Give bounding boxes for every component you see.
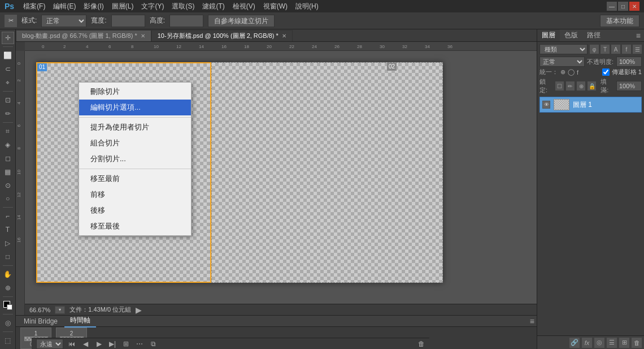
timeline-step-back[interactable]: ◀ bbox=[80, 339, 90, 349]
timeline-add-frame[interactable]: ⊞ bbox=[121, 339, 131, 349]
tool-screenmode[interactable]: ⬚ bbox=[2, 334, 14, 347]
canvas-workspace[interactable]: 01 02 刪除切片 編輯切片選項... 提升為使用者切片 組合切片 分割切片.… bbox=[25, 51, 537, 304]
tool-magic-wand[interactable]: ⌖ bbox=[2, 76, 14, 89]
timeline-step-forward[interactable]: ▶| bbox=[107, 339, 118, 349]
tool-gradient[interactable]: ▦ bbox=[2, 166, 14, 178]
timeline-play[interactable]: ▶ bbox=[94, 339, 104, 349]
canvas-tab-2[interactable]: 10-另存新檔.psd @ 100% (圖層 2, RGB/8) * ✕ bbox=[151, 30, 293, 41]
tool-stamp[interactable]: ◈ bbox=[2, 139, 14, 151]
slice-area-2[interactable]: 02 bbox=[211, 62, 443, 283]
lock-position[interactable]: ⊕ bbox=[577, 81, 585, 91]
menu-layer[interactable]: 圖層(L) bbox=[108, 1, 137, 12]
height-input[interactable] bbox=[169, 15, 203, 27]
timeline-delete-frame[interactable]: 🗑 bbox=[418, 340, 425, 348]
separator-8 bbox=[3, 331, 13, 332]
layer-filter-adjustment[interactable]: A bbox=[611, 45, 620, 54]
ctx-promote-slice[interactable]: 提升為使用者切片 bbox=[79, 119, 191, 135]
workspace-button[interactable]: 基本功能 bbox=[600, 15, 639, 27]
right-tab-paths[interactable]: 路徑 bbox=[582, 29, 605, 41]
panel-fx-icon[interactable]: fx bbox=[582, 338, 592, 348]
tab-timeline[interactable]: 時間軸 bbox=[64, 314, 96, 328]
status-info-icon[interactable]: ▾ bbox=[55, 306, 65, 314]
minimize-button[interactable]: — bbox=[607, 2, 617, 11]
create-slices-button[interactable]: 自參考線建立切片 bbox=[208, 15, 275, 27]
tool-eyedropper[interactable]: ✏ bbox=[2, 107, 14, 120]
stats-icon-3[interactable]: f bbox=[577, 69, 578, 76]
ctx-move-to-front[interactable]: 移至最前 bbox=[79, 171, 191, 187]
panel-adjustment-icon[interactable]: ◎ bbox=[594, 338, 604, 348]
ctx-move-forward[interactable]: 前移 bbox=[79, 187, 191, 202]
layer-filter-smart[interactable]: f bbox=[622, 45, 631, 54]
tool-brush[interactable]: ⌗ bbox=[2, 125, 14, 137]
loop-select[interactable]: 永遠 bbox=[36, 339, 63, 349]
menu-view[interactable]: 檢視(V) bbox=[229, 1, 259, 12]
right-tab-channels[interactable]: 色版 bbox=[560, 29, 582, 41]
width-input[interactable] bbox=[111, 15, 145, 27]
propagate-checkbox[interactable] bbox=[602, 68, 610, 76]
canvas-tab-1[interactable]: blog-動畫.psd @ 66.7% (圖層 1, RGB/8) * ✕ bbox=[16, 30, 151, 41]
ctx-move-to-back[interactable]: 移至最後 bbox=[79, 218, 191, 234]
panel-delete-layer-icon[interactable]: 🗑 bbox=[632, 338, 642, 348]
layer-mode-select[interactable]: 正常 bbox=[539, 57, 585, 67]
separator-7 bbox=[3, 314, 13, 314]
ctx-divide-slice[interactable]: 分割切片... bbox=[79, 151, 191, 167]
status-arrow[interactable]: ▶ bbox=[136, 305, 142, 314]
panel-add-layer-icon[interactable]: ⊞ bbox=[619, 338, 629, 348]
menu-image[interactable]: 影像(I) bbox=[80, 1, 107, 12]
tab-mini-bridge[interactable]: Mini Bridge bbox=[18, 316, 63, 326]
right-panel-menu-icon[interactable]: ≡ bbox=[633, 31, 644, 40]
stats-icon-1[interactable]: ⊕ bbox=[560, 68, 565, 76]
style-select[interactable]: 正常 bbox=[41, 15, 86, 27]
menu-edit[interactable]: 編輯(E) bbox=[50, 1, 79, 12]
menu-help[interactable]: 說明(H) bbox=[292, 1, 322, 12]
layer-filter-on[interactable]: ☰ bbox=[633, 45, 642, 54]
tool-zoom[interactable]: ⊕ bbox=[2, 282, 14, 294]
layer-row-1[interactable]: 👁 圖層 1 bbox=[539, 97, 642, 113]
lock-transparent[interactable]: ☐ bbox=[555, 81, 564, 91]
layer-filter-pixel[interactable]: φ bbox=[590, 45, 599, 54]
timeline-tween[interactable]: ⋯ bbox=[134, 339, 145, 349]
tool-foreground[interactable] bbox=[2, 299, 14, 312]
tool-marquee[interactable]: ⬜ bbox=[2, 49, 14, 62]
ctx-delete-slice[interactable]: 刪除切片 bbox=[79, 84, 191, 100]
layer-visibility-icon[interactable]: 👁 bbox=[542, 101, 550, 109]
tool-dodge[interactable]: ○ bbox=[2, 192, 14, 205]
tab-close-2[interactable]: ✕ bbox=[282, 33, 286, 39]
timeline-skip-back[interactable]: ⏮ bbox=[67, 339, 77, 349]
opacity-input[interactable] bbox=[616, 57, 642, 67]
menu-window[interactable]: 視窗(W) bbox=[260, 1, 291, 12]
tool-icon[interactable]: ✂ bbox=[5, 15, 17, 27]
tool-quickmask[interactable]: ◎ bbox=[2, 317, 14, 329]
lock-image[interactable]: ✏ bbox=[566, 81, 575, 91]
bottom-panel-menu-icon[interactable]: ≡ bbox=[530, 317, 534, 326]
tool-blur[interactable]: ⊙ bbox=[2, 179, 14, 192]
panel-link-icon[interactable]: 🔗 bbox=[569, 338, 580, 348]
panel-group-icon[interactable]: ☰ bbox=[607, 338, 617, 348]
timeline-duplicate-frame[interactable]: ⧉ bbox=[148, 339, 158, 349]
ctx-edit-slice-options[interactable]: 編輯切片選項... bbox=[79, 100, 191, 115]
tool-move[interactable]: ✛ bbox=[2, 32, 14, 44]
close-button[interactable]: ✕ bbox=[629, 2, 639, 11]
maximize-button[interactable]: □ bbox=[618, 2, 628, 11]
tool-pen[interactable]: ⌐ bbox=[2, 210, 14, 222]
menu-filter[interactable]: 濾鏡(T) bbox=[199, 1, 228, 12]
right-tab-layers[interactable]: 圖層 bbox=[537, 29, 560, 41]
tool-eraser[interactable]: ◻ bbox=[2, 152, 14, 165]
stats-icon-2[interactable]: ◯ bbox=[568, 68, 575, 76]
tool-text[interactable]: T bbox=[2, 223, 14, 236]
tool-lasso[interactable]: ⊂ bbox=[2, 63, 14, 75]
tool-crop[interactable]: ⊡ bbox=[2, 94, 14, 106]
tool-path[interactable]: ▷ bbox=[2, 237, 14, 249]
menu-text[interactable]: 文字(Y) bbox=[138, 1, 167, 12]
menu-file[interactable]: 檔案(F) bbox=[20, 1, 49, 12]
tool-hand[interactable]: ✋ bbox=[2, 268, 14, 281]
menu-select[interactable]: 選取(S) bbox=[168, 1, 198, 12]
ctx-combine-slice[interactable]: 組合切片 bbox=[79, 135, 191, 151]
fill-input[interactable] bbox=[616, 81, 642, 91]
layer-filter-type[interactable]: T bbox=[601, 45, 610, 54]
tab-close-1[interactable]: ✕ bbox=[141, 33, 145, 39]
layer-filter-select[interactable]: 種類 bbox=[539, 44, 588, 54]
ctx-move-backward[interactable]: 後移 bbox=[79, 202, 191, 218]
lock-all[interactable]: 🔒 bbox=[588, 81, 596, 91]
tool-shape[interactable]: □ bbox=[2, 251, 14, 263]
